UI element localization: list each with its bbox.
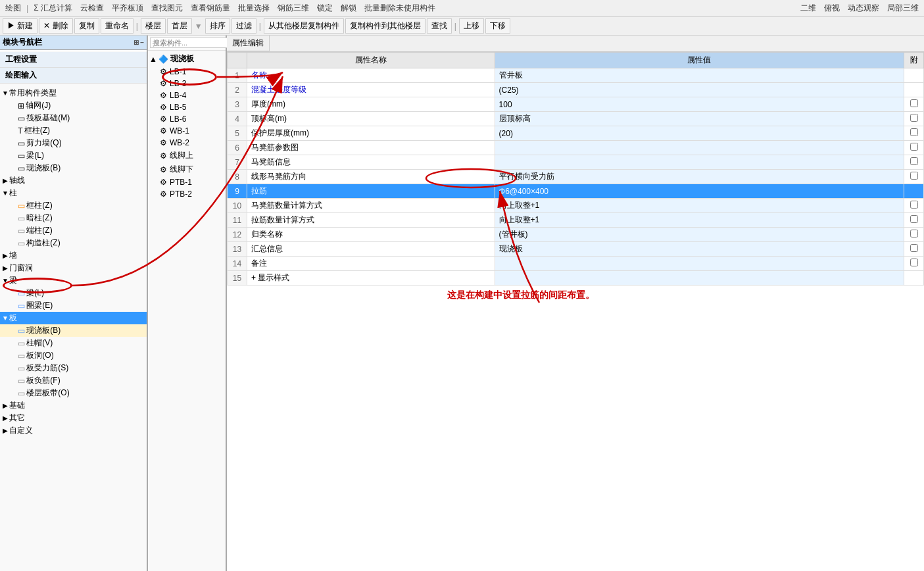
prop-row-7[interactable]: 7 马凳筋信息 <box>228 155 924 170</box>
prop-attach-3[interactable] <box>904 97 924 112</box>
comp-item-WB-1[interactable]: ⚙WB-1 <box>148 125 226 137</box>
copy-to-floor-button[interactable]: 复制构件到其他楼层 <box>345 18 426 34</box>
prop-value-1[interactable]: 管井板 <box>495 68 904 83</box>
rename-button[interactable]: 重命名 <box>101 18 134 34</box>
tree-item-construct-col[interactable]: ▭构造柱(Z) <box>0 237 147 249</box>
prop-attach-11[interactable] <box>904 213 924 228</box>
prop-value-3[interactable]: 100 <box>495 97 904 112</box>
tree-item-axisnet[interactable]: ⊞轴网(J) <box>0 99 147 112</box>
prop-value-11[interactable]: 向上取整+1 <box>495 213 904 228</box>
filter-button[interactable]: 过滤 <box>231 18 256 34</box>
comp-item-LB-6[interactable]: ⚙LB-6 <box>148 113 226 125</box>
tree-item-wall[interactable]: ▶墙 <box>0 249 147 262</box>
move-up-button[interactable]: 上移 <box>459 18 484 34</box>
tree-item-slab-hole[interactable]: ▭板洞(O) <box>0 349 147 362</box>
prop-value-8[interactable]: 平行横向受力筋 <box>495 170 904 184</box>
tree-item-foundation[interactable]: ▶基础 <box>0 399 147 412</box>
prop-row-11[interactable]: 11 拉筋数量计算方式 向上取整+1 <box>228 213 924 228</box>
find-button[interactable]: 查找 <box>427 18 452 34</box>
delete-button[interactable]: ✕ 删除 <box>39 18 72 34</box>
panel-minus-icon[interactable]: − <box>140 39 144 46</box>
toolbar-view-rebar[interactable]: 查看钢筋量 <box>188 2 233 14</box>
sort-button[interactable]: 排序 <box>205 18 230 34</box>
prop-attach-2[interactable] <box>904 83 924 97</box>
comp-item-PTB-2[interactable]: ⚙PTB-2 <box>148 188 226 200</box>
tree-item-frame-col[interactable]: T框柱(Z) <box>0 124 147 137</box>
prop-checkbox-5[interactable] <box>910 128 918 136</box>
toolbar-align-top[interactable]: 平齐板顶 <box>109 2 146 14</box>
tree-item-col[interactable]: ▼柱 <box>0 187 147 199</box>
tree-item-custom[interactable]: ▶自定义 <box>0 424 147 437</box>
prop-value-13[interactable]: 现浇板 <box>495 242 904 257</box>
tree-item-circle-beam[interactable]: ▭圈梁(E) <box>0 299 147 312</box>
tree-toggle-foundation[interactable]: ▶ <box>1 402 9 409</box>
prop-value-2[interactable]: (C25) <box>495 83 904 97</box>
prop-attach-12[interactable] <box>904 228 924 242</box>
comp-item-线脚上[interactable]: ⚙线脚上 <box>148 149 226 162</box>
toolbar-total-calc[interactable]: Σ 汇总计算 <box>31 2 75 14</box>
prop-checkbox-12[interactable] <box>910 230 918 237</box>
prop-value-14[interactable] <box>495 257 904 271</box>
prop-attach-7[interactable] <box>904 155 924 170</box>
prop-checkbox-10[interactable] <box>910 201 918 209</box>
prop-value-12[interactable]: (管井板) <box>495 228 904 242</box>
tree-item-opening[interactable]: ▶门窗洞 <box>0 262 147 274</box>
tree-item-floor-slab-strip[interactable]: ▭楼层板带(O) <box>0 387 147 399</box>
tree-item-col-cap[interactable]: ▭柱帽(V) <box>0 337 147 349</box>
prop-attach-13[interactable] <box>904 242 924 257</box>
toolbar-top-view[interactable]: 俯视 <box>821 2 842 14</box>
toolbar-lock[interactable]: 锁定 <box>314 2 335 14</box>
prop-value-10[interactable]: 向上取整+1 <box>495 199 904 213</box>
tree-toggle-custom[interactable]: ▶ <box>1 427 9 434</box>
prop-checkbox-11[interactable] <box>910 215 918 223</box>
tree-toggle-opening[interactable]: ▶ <box>1 264 9 272</box>
prop-value-5[interactable]: (20) <box>495 126 904 141</box>
comp-item-WB-2[interactable]: ⚙WB-2 <box>148 137 226 149</box>
tree-item-slab-rebar[interactable]: ▭板负筋(F) <box>0 374 147 387</box>
prop-row-14[interactable]: 14 备注 <box>228 257 924 271</box>
property-tab[interactable]: 属性编辑 <box>227 36 270 51</box>
prop-checkbox-7[interactable] <box>910 157 918 165</box>
prop-attach-6[interactable] <box>904 141 924 155</box>
prop-row-15[interactable]: 15 + 显示样式 <box>228 271 924 286</box>
prop-attach-9[interactable] <box>904 184 924 199</box>
tree-item-dark-col[interactable]: ▭暗柱(Z) <box>0 212 147 224</box>
comp-item-LB-5[interactable]: ⚙LB-5 <box>148 101 226 113</box>
tree-toggle-common[interactable]: ▼ <box>1 89 9 97</box>
prop-value-7[interactable] <box>495 155 904 170</box>
tree-item-cast-slab[interactable]: ▭现浇板(B) <box>0 324 147 337</box>
tree-item-slab-force[interactable]: ▭板受力筋(S) <box>0 362 147 374</box>
prop-value-4[interactable]: 层顶标高 <box>495 112 904 126</box>
toolbar-draw[interactable]: 绘图 <box>3 2 24 14</box>
comp-item-线脚下[interactable]: ⚙线脚下 <box>148 162 226 176</box>
prop-row-9[interactable]: 9 拉筋 Φ6@400×400 <box>228 184 924 199</box>
tree-item-slab[interactable]: ▭现浇板(B) <box>0 162 147 174</box>
toolbar-cloud-check[interactable]: 云检查 <box>78 2 107 14</box>
new-button[interactable]: ▶ 新建 <box>3 18 37 34</box>
prop-attach-5[interactable] <box>904 126 924 141</box>
toolbar-dynamic-obs[interactable]: 动态观察 <box>845 2 882 14</box>
prop-checkbox-4[interactable] <box>910 114 918 122</box>
prop-attach-15[interactable] <box>904 271 924 286</box>
tree-item-axis[interactable]: ▶轴线 <box>0 174 147 187</box>
prop-attach-10[interactable] <box>904 199 924 213</box>
prop-checkbox-8[interactable] <box>910 172 918 180</box>
tree-item-beam2[interactable]: ▼梁 <box>0 274 147 287</box>
comp-root[interactable]: ▲ 🔷 现浇板 <box>148 52 226 66</box>
tree-toggle-axis[interactable]: ▶ <box>1 177 9 184</box>
prop-row-3[interactable]: 3 厚度(mm) 100 <box>228 97 924 112</box>
prop-row-13[interactable]: 13 汇总信息 现浇板 <box>228 242 924 257</box>
comp-item-LB-4[interactable]: ⚙LB-4 <box>148 89 226 101</box>
tree-item-slab2[interactable]: ▼板 <box>0 312 147 324</box>
copy-button[interactable]: 复制 <box>74 18 99 34</box>
move-down-button[interactable]: 下移 <box>485 18 510 34</box>
toolbar-unlock[interactable]: 解锁 <box>338 2 359 14</box>
draw-input-nav[interactable]: 绘图输入 <box>0 68 147 84</box>
tree-toggle-col[interactable]: ▼ <box>1 189 9 197</box>
copy-from-floor-button[interactable]: 从其他楼层复制构件 <box>264 18 344 34</box>
tree-toggle-beam2[interactable]: ▼ <box>1 277 9 284</box>
tree-item-common[interactable]: ▼常用构件类型 <box>0 87 147 99</box>
toolbar-batch-select[interactable]: 批量选择 <box>235 2 272 14</box>
floor-button[interactable]: 楼层 <box>141 18 166 34</box>
prop-value-6[interactable] <box>495 141 904 155</box>
